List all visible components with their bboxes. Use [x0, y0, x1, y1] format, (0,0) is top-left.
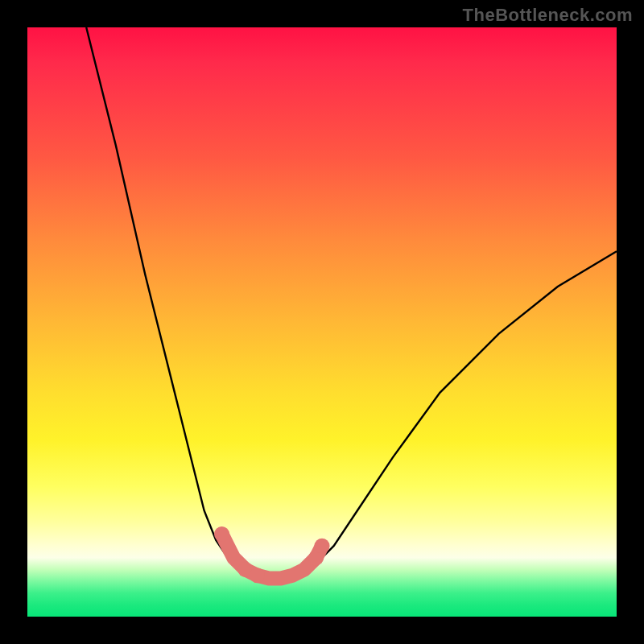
highlight-dot [214, 526, 229, 542]
chart-root: TheBottleneck.com [0, 0, 644, 644]
curve-layer [27, 27, 617, 617]
watermark-text: TheBottleneck.com [463, 5, 633, 26]
highlight-segment [222, 535, 322, 579]
highlight-dot [250, 568, 265, 583]
curve-left-branch [86, 27, 239, 564]
highlight-dot [314, 539, 329, 554]
plot-area [27, 27, 617, 617]
curve-right-branch [310, 251, 617, 569]
